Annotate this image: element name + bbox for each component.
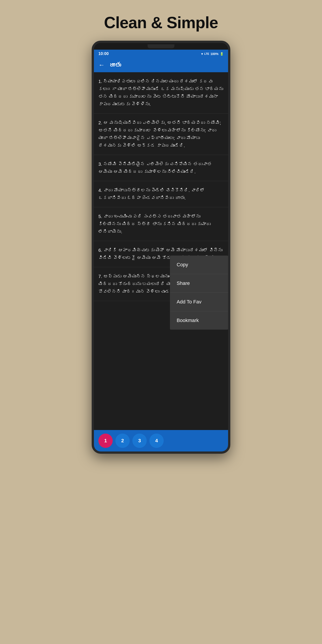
- verse-1-number: 1.: [98, 79, 103, 84]
- verse-2-text: 2. ఆ మనుష్యునిపేరు ఎలీమెలెకు, అతని భార్య…: [98, 119, 224, 149]
- page-title: Clean & Simple: [104, 14, 218, 32]
- verse-1-text: 1. న్యాయాధిపతులు ఏలిన దినములయందు దేశములో…: [98, 78, 224, 108]
- verse-4: 4. వారు మోయాబుస్త్రీలను పెండ్లి చేసికొని…: [94, 181, 228, 207]
- status-icons: ▾ LTE 100% 🔋: [201, 52, 224, 56]
- status-bar: 10:00 ▾ LTE 100% 🔋: [94, 50, 228, 58]
- verse-4-number: 4.: [98, 188, 103, 193]
- context-menu-add-to-fav[interactable]: Add To Fav: [170, 293, 228, 311]
- verse-2: 2. ఆ మనుష్యునిపేరు ఎలీమెలెకు, అతని భార్య…: [94, 114, 228, 155]
- verse-5: 5. వారు ఇంచుమించు పది సంవత్స తరువాత మహ్ల…: [94, 207, 228, 241]
- page-btn-3[interactable]: 3: [132, 434, 147, 448]
- phone-frame: 10:00 ▾ LTE 100% 🔋 ← రూతు 1. న్యాయాధిపతు…: [92, 41, 230, 454]
- phone-notch-bar: [94, 43, 228, 50]
- phone-notch: [148, 44, 174, 48]
- bottom-nav: 1 2 3 4: [94, 430, 228, 452]
- verse-2-number: 2.: [98, 120, 103, 125]
- verse-3: 3. నయోమి పెనిమిటియైన ఎలీమెలెకు చనిపోయిన …: [94, 155, 228, 181]
- signal-icon: LTE: [204, 52, 209, 56]
- verse-7-number: 7.: [98, 274, 103, 279]
- context-menu-copy[interactable]: Copy: [170, 256, 228, 274]
- verse-5-text: 5. వారు ఇంచుమించు పది సంవత్స తరువాత మహ్ల…: [98, 213, 224, 236]
- content-area: 1. న్యాయాధిపతులు ఏలిన దినములయందు దేశములో…: [94, 72, 228, 430]
- verse-4-text: 4. వారు మోయాబుస్త్రీలను పెండ్లి చేసికొని…: [98, 186, 224, 202]
- toolbar-title: రూతు: [109, 62, 121, 69]
- battery-icon: 🔋: [220, 52, 224, 56]
- status-time: 10:00: [98, 52, 109, 56]
- verse-1: 1. న్యాయాధిపతులు ఏలిన దినములయందు దేశములో…: [94, 72, 228, 114]
- back-button[interactable]: ←: [98, 62, 105, 69]
- verse-6-number: 6.: [98, 248, 103, 253]
- page-btn-1[interactable]: 1: [98, 434, 113, 448]
- context-menu-share[interactable]: Share: [170, 274, 228, 293]
- verse-3-number: 3.: [98, 162, 103, 166]
- page-btn-2[interactable]: 2: [116, 434, 130, 448]
- wifi-icon: ▾: [201, 52, 203, 56]
- context-menu: Copy Share Add To Fav Bookmark: [170, 256, 228, 330]
- toolbar: ← రూతు: [94, 58, 228, 72]
- page-btn-4[interactable]: 4: [149, 434, 164, 448]
- verse-3-text: 3. నయోమి పెనిమిటియైన ఎలీమెలెకు చనిపోయిన …: [98, 160, 224, 176]
- context-menu-bookmark[interactable]: Bookmark: [170, 311, 228, 330]
- verse-5-number: 5.: [98, 214, 103, 219]
- battery-level: 100%: [210, 52, 218, 56]
